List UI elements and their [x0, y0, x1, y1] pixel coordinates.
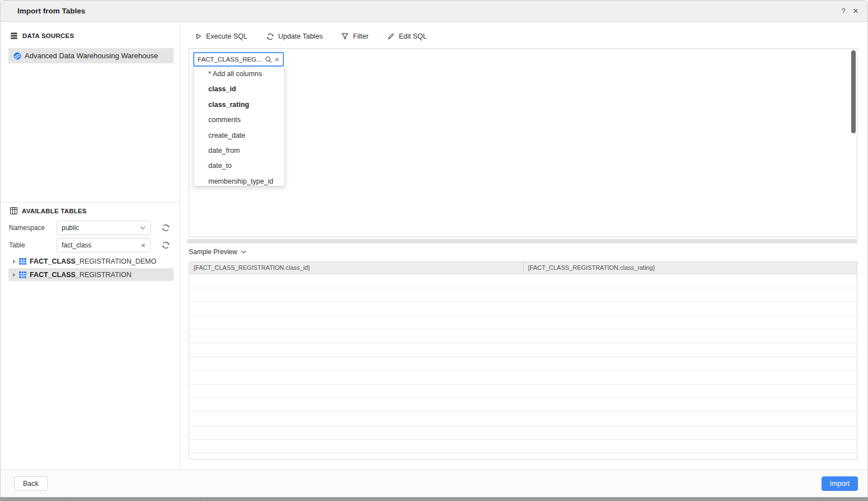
column-option[interactable]: date_to — [194, 158, 284, 174]
clear-table-filter-icon[interactable]: ✕ — [141, 242, 146, 249]
dialog-header: Import from Tables ? × — [1, 1, 867, 22]
column-search-value: FACT_CLASS_REG... — [198, 56, 262, 63]
column-option[interactable]: create_date — [194, 128, 284, 143]
table-filter-row: Table fact_class ✕ — [9, 238, 174, 252]
dialog-title: Import from Tables — [17, 1, 85, 22]
preview-row — [189, 398, 857, 412]
column-search-input[interactable]: FACT_CLASS_REG... ✕ — [193, 52, 284, 67]
table-tree-item-registration[interactable]: FACT_CLASS_REGISTRATION — [8, 268, 174, 281]
data-sources-header: DATA SOURCES — [10, 32, 74, 40]
panel-scrollbar-thumb[interactable] — [851, 50, 856, 133]
sync-icon — [266, 32, 274, 41]
filter-label: Filter — [353, 32, 368, 40]
preview-row — [189, 302, 857, 316]
refresh-tables-icon[interactable] — [161, 241, 170, 250]
data-source-item-selected[interactable]: Advanced Data Warehousing Warehouse — [8, 48, 174, 63]
column-option[interactable]: * Add all columns — [194, 67, 284, 82]
clear-search-icon[interactable]: ✕ — [275, 57, 279, 63]
namespace-label: Namespace — [9, 221, 45, 235]
available-tables-title: AVAILABLE TABLES — [22, 208, 87, 214]
chevron-down-icon — [140, 226, 146, 230]
preview-row — [189, 412, 857, 426]
toolbar: Execute SQL Update Tables — [194, 29, 427, 44]
preview-header-row: [FACT_CLASS_REGISTRATION.class_id] [FACT… — [189, 262, 857, 274]
execute-sql-button[interactable]: Execute SQL — [194, 32, 248, 40]
preview-row — [189, 288, 857, 302]
table-filter-input[interactable]: fact_class ✕ — [57, 238, 151, 252]
background-line — [66, 497, 67, 501]
preview-col-header-class-rating: [FACT_CLASS_REGISTRATION.class_rating] — [524, 262, 857, 274]
preview-row — [189, 329, 857, 343]
edit-sql-button[interactable]: Edit SQL — [387, 32, 427, 40]
table-tree-item-demo[interactable]: FACT_CLASS_REGISTRATION_DEMO — [8, 255, 174, 268]
warehouse-logo-icon — [13, 52, 21, 60]
sample-preview-table: [FACT_CLASS_REGISTRATION.class_id] [FACT… — [189, 261, 857, 460]
query-builder-panel: FACT_CLASS_REG... ✕ * Add all columnscla… — [189, 48, 857, 237]
column-option[interactable]: date_from — [194, 143, 284, 158]
chevron-down-icon — [241, 250, 246, 254]
namespace-value: public — [62, 224, 140, 232]
table-filter-value: fact_class — [62, 241, 141, 249]
table-icon — [19, 271, 26, 278]
table-icon — [19, 258, 26, 265]
preview-row — [189, 453, 857, 460]
namespace-row: Namespace public — [9, 221, 174, 235]
filter-button[interactable]: Filter — [341, 32, 368, 40]
expand-caret-icon[interactable] — [13, 259, 16, 264]
preview-row — [189, 426, 857, 440]
preview-row — [189, 385, 857, 399]
data-sources-title: DATA SOURCES — [22, 32, 74, 39]
sidebar-divider — [1, 202, 179, 203]
column-options-dropdown: * Add all columnsclass_idclass_ratingcom… — [193, 67, 285, 186]
preview-row — [189, 357, 857, 371]
column-option[interactable]: comments — [194, 113, 284, 128]
tables-tree: FACT_CLASS_REGISTRATION_DEMO — [1, 255, 179, 282]
sidebar: DATA SOURCES Advanced Data Warehousing W… — [1, 22, 180, 469]
table-label: Table — [9, 238, 25, 252]
preview-row — [189, 343, 857, 357]
preview-row — [189, 439, 857, 453]
background-line — [200, 497, 200, 501]
funnel-icon — [341, 32, 349, 40]
column-option[interactable]: class_id — [194, 82, 284, 97]
preview-row — [189, 316, 857, 330]
import-button[interactable]: Import — [822, 476, 858, 491]
database-icon — [10, 32, 18, 40]
table-name: FACT_CLASS_REGISTRATION_DEMO — [30, 257, 156, 265]
background-page-edge — [0, 497, 868, 501]
main-panel: Execute SQL Update Tables — [180, 22, 867, 469]
sample-preview-title: Sample Preview — [189, 248, 237, 256]
dialog-footer: Back Import — [1, 469, 867, 497]
dialog-body: DATA SOURCES Advanced Data Warehousing W… — [1, 22, 867, 469]
close-icon[interactable]: × — [848, 1, 863, 22]
import-from-tables-dialog: Import from Tables ? × DATA SOURCES — [0, 0, 868, 497]
table-name: FACT_CLASS_REGISTRATION — [30, 271, 132, 279]
update-tables-label: Update Tables — [278, 32, 323, 40]
search-icon — [265, 56, 272, 63]
column-options-list: * Add all columnsclass_idclass_ratingcom… — [194, 67, 284, 186]
pencil-icon — [387, 32, 395, 40]
back-button[interactable]: Back — [14, 476, 48, 491]
column-option[interactable]: class_rating — [194, 97, 284, 113]
expand-caret-icon[interactable] — [13, 273, 16, 277]
namespace-select[interactable]: public — [57, 221, 151, 235]
update-tables-button[interactable]: Update Tables — [266, 32, 323, 41]
sample-preview-toggle[interactable]: Sample Preview — [189, 248, 246, 256]
preview-rows — [189, 274, 857, 460]
table-grid-icon — [10, 207, 17, 214]
preview-row — [189, 371, 857, 385]
execute-sql-label: Execute SQL — [206, 32, 248, 40]
refresh-namespaces-icon[interactable] — [161, 223, 170, 232]
data-source-label: Advanced Data Warehousing Warehouse — [25, 51, 158, 60]
edit-sql-label: Edit SQL — [399, 32, 427, 40]
preview-col-header-class-id: [FACT_CLASS_REGISTRATION.class_id] — [189, 262, 524, 274]
play-icon — [194, 32, 202, 40]
horizontal-splitter[interactable] — [187, 239, 857, 244]
preview-row — [189, 274, 857, 288]
available-tables-header: AVAILABLE TABLES — [10, 207, 87, 214]
background-line — [818, 497, 818, 501]
column-option[interactable]: membership_type_id — [194, 174, 284, 186]
